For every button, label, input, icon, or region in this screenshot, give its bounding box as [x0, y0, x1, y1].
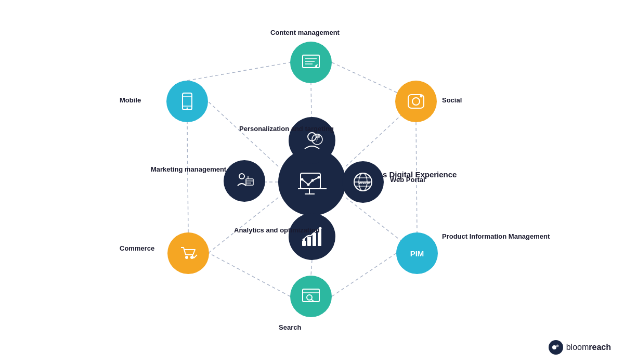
- svg-line-6: [208, 198, 278, 253]
- node-pim[interactable]: PIM: [396, 232, 438, 274]
- pim-label: Product Information Management: [442, 232, 550, 241]
- mobile-label: Mobile: [120, 96, 141, 105]
- svg-rect-41: [302, 241, 306, 246]
- svg-point-48: [412, 98, 420, 105]
- marketing-icon: [235, 171, 254, 191]
- node-content[interactable]: [290, 42, 332, 83]
- svg-line-8: [311, 260, 312, 276]
- svg-point-66: [552, 345, 556, 349]
- svg-point-54: [239, 174, 244, 179]
- search-icon: [301, 287, 321, 306]
- webportal-icon: WWW: [352, 171, 374, 193]
- personalization-label: Personalization and targeting: [239, 125, 334, 134]
- center-icon: [298, 168, 327, 197]
- node-mobile[interactable]: [166, 81, 208, 122]
- svg-text:WWW: WWW: [358, 180, 370, 185]
- bloomreach-logo: bloomreach: [549, 340, 611, 355]
- svg-point-53: [187, 108, 188, 109]
- commerce-icon: [178, 243, 198, 263]
- node-search[interactable]: [290, 276, 332, 317]
- svg-point-46: [302, 238, 305, 241]
- analytics-label: Analytics and optimization: [234, 226, 320, 235]
- svg-rect-55: [246, 179, 253, 185]
- search-label: Search: [279, 323, 301, 332]
- svg-line-13: [209, 253, 290, 296]
- svg-rect-42: [307, 237, 311, 246]
- webportal-label: Web Portal: [390, 176, 425, 185]
- svg-line-12: [332, 253, 396, 296]
- node-webportal[interactable]: WWW: [342, 161, 384, 203]
- marketing-label: Marketing management: [151, 165, 226, 174]
- social-icon: [406, 92, 426, 111]
- svg-point-67: [556, 345, 558, 347]
- svg-line-4: [208, 101, 278, 166]
- svg-point-24: [307, 183, 309, 186]
- svg-rect-50: [183, 93, 192, 110]
- svg-line-15: [187, 62, 290, 81]
- svg-line-14: [187, 122, 188, 232]
- content-label: Content management: [270, 29, 340, 37]
- svg-point-59: [185, 256, 188, 259]
- node-social[interactable]: [395, 81, 437, 122]
- social-label: Social: [442, 96, 462, 105]
- logo-text: bloomreach: [566, 343, 611, 352]
- logo-icon: [549, 340, 563, 355]
- svg-point-23: [301, 178, 303, 180]
- svg-point-49: [420, 95, 423, 98]
- pim-icon: PIM: [410, 249, 424, 258]
- svg-point-25: [311, 179, 314, 181]
- node-personalization[interactable]: ?: [289, 117, 335, 164]
- svg-point-26: [317, 176, 320, 178]
- node-marketing[interactable]: [224, 160, 265, 202]
- mobile-icon: [177, 92, 197, 111]
- svg-point-30: [317, 135, 320, 138]
- node-commerce[interactable]: [167, 232, 209, 274]
- content-icon: [301, 53, 321, 72]
- node-analytics[interactable]: [289, 213, 335, 260]
- commerce-label: Commerce: [120, 244, 154, 253]
- diagram-container: .dashed-line { stroke: #aab4c8; stroke-w…: [0, 0, 624, 364]
